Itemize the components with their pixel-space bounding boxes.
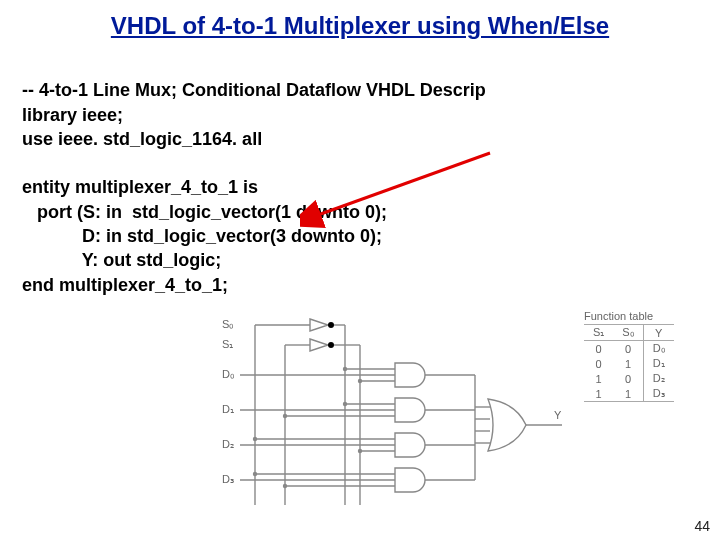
ft-header: S₁ bbox=[584, 325, 613, 341]
code-line: -- 4-to-1 Line Mux; Conditional Dataflow… bbox=[22, 80, 486, 100]
label-d1: D₁ bbox=[222, 403, 234, 415]
svg-point-28 bbox=[358, 449, 362, 453]
svg-point-32 bbox=[253, 472, 257, 476]
code-line: use ieee. std_logic_1164. all bbox=[22, 129, 262, 149]
ft-cell: D₂ bbox=[643, 371, 673, 386]
ft-cell: 1 bbox=[613, 386, 643, 402]
svg-point-20 bbox=[343, 402, 347, 406]
slide-title: VHDL of 4-to-1 Multiplexer using When/El… bbox=[0, 0, 720, 44]
ft-cell: 1 bbox=[584, 386, 613, 402]
function-table-title: Function table bbox=[584, 310, 674, 322]
page-number: 44 bbox=[694, 518, 710, 534]
vhdl-code-block: -- 4-to-1 Line Mux; Conditional Dataflow… bbox=[0, 44, 720, 297]
label-d0: D₀ bbox=[222, 368, 235, 380]
code-line: D: in std_logic_vector(3 downto 0); bbox=[22, 226, 382, 246]
code-line: Y: out std_logic; bbox=[22, 250, 221, 270]
code-line: library ieee; bbox=[22, 105, 123, 125]
function-table: Function table S₁ S₀ Y 00D₀ 01D₁ 10D₂ 11… bbox=[584, 310, 674, 402]
label-y: Y bbox=[554, 409, 562, 421]
ft-cell: 0 bbox=[584, 356, 613, 371]
ft-header: S₀ bbox=[613, 325, 643, 341]
ft-cell: 0 bbox=[613, 341, 643, 357]
svg-point-16 bbox=[358, 379, 362, 383]
ft-cell: 1 bbox=[584, 371, 613, 386]
label-s0: S₀ bbox=[222, 318, 234, 330]
ft-cell: D₀ bbox=[643, 341, 673, 357]
ft-cell: 0 bbox=[613, 371, 643, 386]
svg-point-34 bbox=[283, 484, 287, 488]
code-line: port (S: in std_logic_vector(1 downto 0)… bbox=[22, 202, 387, 222]
ft-cell: D₃ bbox=[643, 386, 673, 402]
svg-point-14 bbox=[343, 367, 347, 371]
svg-point-22 bbox=[283, 414, 287, 418]
svg-point-9 bbox=[328, 342, 334, 348]
label-d2: D₂ bbox=[222, 438, 234, 450]
mux-circuit-diagram: S₀ S₁ D₀ D₁ D₂ D₃ Y bbox=[210, 315, 570, 515]
ft-cell: 0 bbox=[584, 341, 613, 357]
code-line: end multiplexer_4_to_1; bbox=[22, 275, 228, 295]
svg-point-26 bbox=[253, 437, 257, 441]
label-s1: S₁ bbox=[222, 338, 233, 350]
code-line: entity multiplexer_4_to_1 is bbox=[22, 177, 258, 197]
svg-point-5 bbox=[328, 322, 334, 328]
label-d3: D₃ bbox=[222, 473, 234, 485]
ft-header: Y bbox=[643, 325, 673, 341]
ft-cell: 1 bbox=[613, 356, 643, 371]
ft-cell: D₁ bbox=[643, 356, 673, 371]
